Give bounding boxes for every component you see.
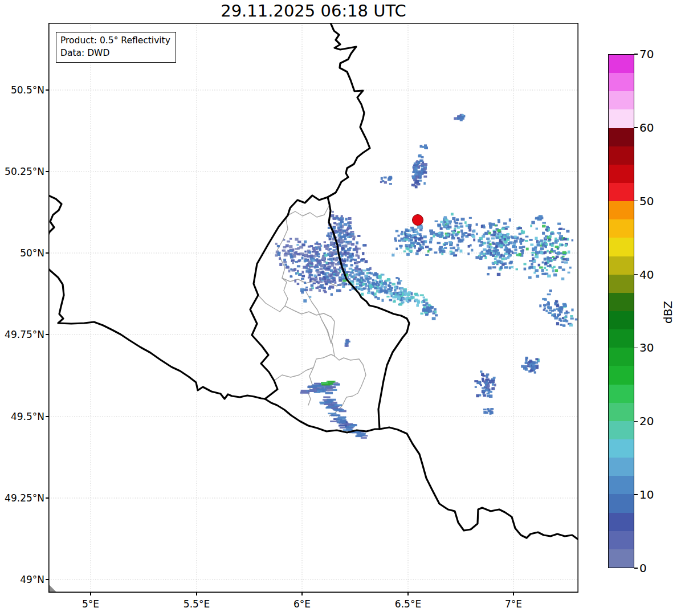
echo-cell xyxy=(527,365,530,367)
echo-cell xyxy=(568,251,570,254)
echo-cell xyxy=(488,391,492,393)
echo-cell xyxy=(340,217,342,219)
echo-cell xyxy=(322,256,325,260)
echo-cell xyxy=(311,266,313,268)
country-border xyxy=(380,427,578,540)
echo-cell xyxy=(316,266,319,268)
echo-cell xyxy=(329,238,332,240)
echo-cell xyxy=(324,280,326,283)
echo-cell xyxy=(425,299,427,301)
echo-cell xyxy=(476,233,478,235)
y-tick-label: 49.75°N xyxy=(0,329,44,340)
echo-cell xyxy=(429,230,433,232)
echo-cell xyxy=(395,230,399,232)
echo-cell xyxy=(286,266,290,268)
echo-cell xyxy=(349,289,352,291)
echo-cell xyxy=(361,293,364,296)
echo-cell xyxy=(486,238,490,240)
echo-cell xyxy=(545,310,548,312)
colorbar-segment xyxy=(609,403,634,421)
echo-cell xyxy=(362,244,365,246)
echo-cell xyxy=(460,118,463,121)
echo-cell xyxy=(440,221,443,223)
echo-cell xyxy=(405,230,409,232)
echo-cell xyxy=(430,310,432,313)
echo-cell xyxy=(398,235,400,237)
echo-cell xyxy=(423,171,427,173)
echo-cell xyxy=(405,292,409,295)
echo-cell xyxy=(487,240,491,243)
echo-cell xyxy=(437,242,441,244)
echo-cell xyxy=(301,257,304,260)
echo-cell xyxy=(420,145,423,148)
echo-cell xyxy=(339,425,347,426)
echo-cell xyxy=(526,248,529,251)
echo-cell xyxy=(549,309,552,311)
echo-cell xyxy=(544,273,547,275)
echo-cell xyxy=(287,250,290,252)
echo-cell xyxy=(505,257,507,260)
echo-cell xyxy=(483,242,485,244)
echo-cell xyxy=(343,250,347,251)
echo-cell xyxy=(345,271,348,274)
echo-cell xyxy=(548,312,552,314)
echo-cell xyxy=(329,248,332,250)
echo-cell xyxy=(330,280,333,283)
map-plot-area: Product: 0.5° Reflectivity Data: DWD xyxy=(48,23,578,593)
echo-cell xyxy=(365,285,368,287)
echo-cell xyxy=(381,285,383,287)
echo-cell xyxy=(481,225,483,228)
echo-cell xyxy=(352,238,355,240)
echo-cell xyxy=(304,260,306,263)
echo-cell xyxy=(362,252,364,255)
colorbar-segment xyxy=(609,494,634,512)
echo-cell xyxy=(324,264,327,267)
echo-cell xyxy=(332,276,335,279)
colorbar-tick-label: 30 xyxy=(639,341,654,354)
echo-cell xyxy=(529,239,532,241)
echo-cell xyxy=(330,269,333,272)
echo-cell xyxy=(462,114,464,116)
echo-cell xyxy=(292,248,295,251)
echo-cell xyxy=(415,252,419,255)
echo-cell xyxy=(520,250,524,252)
echo-cell xyxy=(562,268,565,271)
echo-cell xyxy=(420,237,423,240)
echo-cell xyxy=(509,251,513,253)
echo-cell xyxy=(290,268,292,271)
y-tick-label: 49.5°N xyxy=(0,411,44,422)
echo-cell xyxy=(487,273,490,275)
echo-cell xyxy=(422,161,424,163)
echo-cell xyxy=(362,283,365,285)
echo-cell xyxy=(283,261,287,263)
echo-cell xyxy=(309,274,312,276)
echo-cell xyxy=(333,271,337,273)
echo-cell xyxy=(473,230,476,233)
echo-cell xyxy=(299,246,303,248)
echo-cell xyxy=(325,262,328,264)
echo-cell xyxy=(537,244,540,247)
echo-cell xyxy=(331,214,335,217)
echo-cell xyxy=(335,263,339,266)
echo-cell xyxy=(535,217,539,219)
colorbar-tick-label: 50 xyxy=(639,194,654,208)
echo-cell xyxy=(562,319,565,322)
echo-cell xyxy=(301,278,304,280)
echo-cell xyxy=(318,256,320,258)
echo-cell xyxy=(459,223,463,225)
echo-cell xyxy=(422,308,425,311)
echo-cell xyxy=(421,165,424,167)
echo-cell xyxy=(503,236,505,239)
echo-cell xyxy=(380,181,382,183)
x-tick-label: 6°E xyxy=(293,598,311,610)
echo-cell xyxy=(562,258,566,260)
colorbar-segment xyxy=(609,146,634,165)
echo-cell xyxy=(429,248,433,250)
echo-cell xyxy=(473,239,475,242)
echo-cell xyxy=(419,248,422,251)
echo-cell xyxy=(452,236,454,238)
echo-cell xyxy=(449,244,452,247)
data-source-line: Data: DWD xyxy=(60,47,170,59)
echo-cell xyxy=(384,181,387,183)
echo-cell xyxy=(293,254,296,256)
